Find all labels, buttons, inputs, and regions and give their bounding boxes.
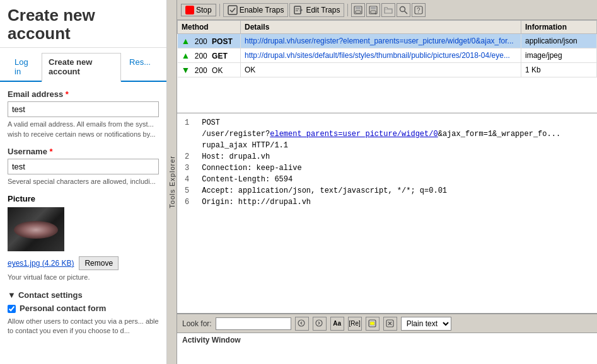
page-title: Create new account [8, 6, 159, 42]
look-for-input[interactable] [216, 317, 291, 330]
picture-label: Picture [8, 194, 159, 203]
detail-line-4: 2 Host: drupal.vh [185, 151, 589, 162]
folder-icon [384, 6, 393, 14]
edit-traps-label: Edit Traps [306, 6, 340, 14]
contact-help: Allow other users to contact you via a p… [8, 317, 159, 336]
help-button[interactable]: ? [412, 3, 426, 17]
email-help: A valid email address. All emails from t… [8, 120, 159, 139]
col-method: Method [178, 21, 241, 34]
col-info: Information [521, 21, 597, 34]
tab-reset[interactable]: Res... [122, 53, 158, 81]
stop-icon [185, 6, 194, 14]
activity-window: Activity Window [177, 333, 597, 364]
contact-header: ▼ Contact settings [8, 290, 159, 300]
enable-traps-icon [228, 5, 238, 15]
stop-label: Stop [196, 6, 212, 14]
row2-url: http://drupal.vh/sites/default/files/sty… [241, 48, 521, 63]
table-row[interactable]: ▼ 200 OK OK 1 Kb [178, 63, 597, 77]
row1-info: application/json [521, 34, 597, 48]
email-field[interactable]: test [8, 101, 159, 117]
personal-contact-checkbox[interactable] [8, 305, 16, 313]
close-icon [386, 319, 394, 327]
tab-login[interactable]: Log in [8, 53, 40, 81]
svg-line-12 [405, 11, 408, 14]
svg-point-11 [400, 6, 405, 11]
format-select[interactable]: Plain text Regex Hex [401, 317, 451, 331]
save-as-button[interactable]: + [366, 3, 380, 17]
form-body: Email address * test A valid email addre… [0, 82, 166, 364]
username-field[interactable]: test [8, 159, 159, 174]
next-match-button[interactable] [313, 317, 327, 331]
detail-line-5: 3 Connection: keep-alive [185, 162, 589, 174]
personal-contact-label: Personal contact form [20, 304, 106, 313]
row2-info: image/jpeg [521, 48, 597, 63]
table-row[interactable]: ▲ 200 POST http://drupal.vh/user/registe… [178, 34, 597, 48]
save-as-icon: + [369, 6, 378, 14]
row3-url: OK [241, 63, 521, 77]
search-button[interactable] [397, 3, 410, 17]
remove-button[interactable]: Remove [79, 256, 119, 270]
regex-button[interactable]: [Re] [348, 317, 362, 331]
table-row[interactable]: ▲ 200 GET http://drupal.vh/sites/default… [178, 48, 597, 63]
next-icon [315, 319, 323, 327]
requests-table-area: Method Details Information ▲ 200 POST ht… [177, 20, 597, 113]
row3-method: ▼ 200 OK [178, 63, 241, 77]
svg-rect-0 [228, 6, 237, 14]
bottom-toolbar: Look for: Aa [Re] [177, 314, 597, 333]
tab-create[interactable]: Create new account [42, 53, 121, 82]
picture-help: Your virtual face or picture. [8, 273, 159, 282]
enable-traps-button[interactable]: Enable Traps [223, 3, 289, 17]
picture-image [8, 207, 64, 251]
detail-line-8: 6 Origin: http://drupal.vh [185, 196, 589, 208]
row3-info: 1 Kb [521, 63, 597, 77]
svg-rect-5 [356, 6, 361, 9]
detail-line-6: 4 Content-Length: 6594 [185, 174, 589, 185]
left-panel: Create new account Log in Create new acc… [0, 0, 167, 364]
status-icon: ▲ [182, 50, 190, 60]
detail-line-3: rupal_ajax HTTP/1.1 [185, 140, 589, 151]
detail-line-7: 5 Accept: application/json, text/javascr… [185, 185, 589, 196]
file-row: eyes1.jpg (4.26 KB) Remove [8, 256, 159, 270]
page-header: Create new account [0, 0, 166, 48]
activity-label: Activity Window [182, 336, 592, 344]
edit-traps-button[interactable]: Edit Traps [289, 3, 344, 17]
save-button[interactable] [351, 3, 365, 17]
tools-strip: Tools Explorer [167, 0, 177, 364]
file-link[interactable]: eyes1.jpg (4.26 KB) [8, 259, 74, 268]
toolbar: Stop Enable Traps Edit Traps [177, 0, 597, 20]
svg-point-15 [298, 320, 304, 326]
svg-text:+: + [374, 11, 377, 14]
svg-rect-8 [371, 6, 376, 9]
tabs-row: Log in Create new account Res... [0, 53, 166, 82]
search-icon [399, 6, 408, 14]
contact-section: ▼ Contact settings Personal contact form… [8, 290, 159, 336]
stop-button[interactable]: Stop [181, 4, 216, 16]
prev-match-button[interactable] [295, 317, 309, 331]
picture-preview [8, 207, 64, 251]
help-icon: ? [414, 6, 423, 14]
username-help: Several special characters are allowed, … [8, 177, 159, 186]
svg-rect-18 [370, 322, 374, 325]
prev-icon [298, 319, 306, 327]
status-icon: ▲ [182, 36, 190, 46]
sep2 [347, 4, 348, 16]
detail-line-2: /user/register?element_parents=user_pict… [185, 128, 589, 140]
look-for-label: Look for: [182, 319, 212, 328]
folder-button[interactable] [381, 3, 395, 17]
triangle-icon: ▼ [8, 290, 16, 300]
enable-traps-label: Enable Traps [240, 6, 284, 14]
col-details: Details [241, 21, 521, 34]
tools-strip-label: Tools Explorer [168, 156, 176, 208]
detail-panel: 1 POST /user/register?element_parents=us… [177, 113, 597, 314]
personal-contact-row: Personal contact form [8, 304, 159, 313]
username-required: * [50, 147, 53, 156]
highlight-button[interactable] [366, 317, 380, 331]
email-label: Email address * [8, 89, 159, 99]
svg-text:?: ? [417, 7, 420, 14]
close-search-button[interactable] [383, 317, 397, 331]
email-required: * [66, 89, 69, 99]
username-label: Username * [8, 147, 159, 156]
edit-traps-icon [294, 5, 304, 15]
case-button[interactable]: Aa [330, 317, 344, 331]
highlight-icon [368, 319, 376, 327]
